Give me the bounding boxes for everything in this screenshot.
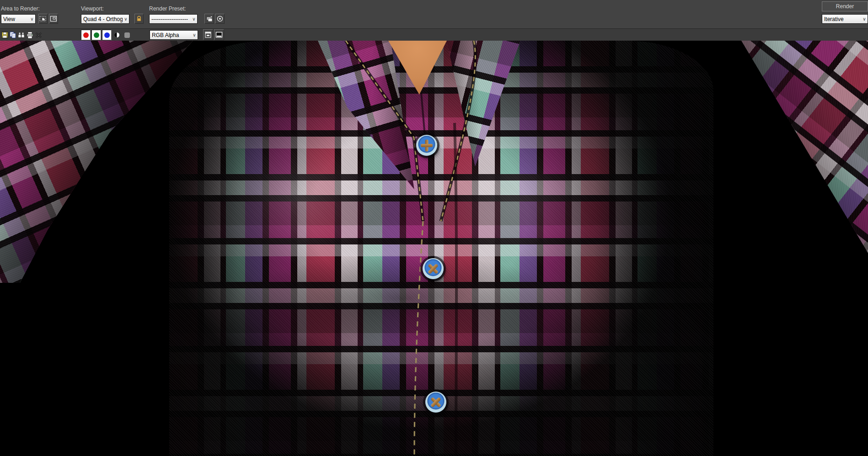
copy-image-icon (9, 32, 16, 39)
alpha-icon (124, 32, 130, 38)
green-channel-button[interactable] (91, 30, 101, 40)
left-collar-seam (346, 41, 423, 221)
render-preset-value: -------------------- (151, 16, 191, 22)
clear-x-icon (35, 32, 43, 39)
save-image-icon (1, 32, 9, 39)
environment-icon (216, 15, 224, 22)
placket-seam (455, 123, 456, 456)
clone-window-icon (17, 32, 25, 39)
edit-region-icon (39, 15, 47, 22)
area-to-render-select[interactable]: View ∨ (1, 14, 36, 24)
toolbar-row-1: Area to Render: View ∨ Viewport: Quad 4 … (0, 0, 868, 28)
save-preset-button[interactable] (204, 14, 214, 24)
auto-region-icon (50, 15, 57, 22)
lock-icon (136, 16, 142, 22)
monochrome-channel-button[interactable] (113, 31, 121, 39)
right-collar-seam (441, 41, 475, 221)
save-image-button[interactable] (1, 31, 9, 39)
green-channel-icon (94, 32, 99, 38)
render-mode-value: Iterative (824, 16, 861, 22)
channel-display-select[interactable]: RGB Alpha ∨ (150, 30, 198, 40)
viewport-label: Viewport: (81, 5, 104, 12)
auto-region-button[interactable] (49, 14, 58, 24)
button-thread (421, 144, 433, 147)
copy-image-button[interactable] (9, 31, 16, 39)
clone-rendered-frame-button[interactable] (17, 31, 25, 39)
chevron-down-icon: ∨ (191, 17, 197, 21)
environment-button[interactable] (215, 14, 225, 24)
framebuffer-window-button[interactable] (214, 29, 224, 40)
window-icon (204, 31, 212, 38)
save-preset-icon (206, 15, 213, 22)
render-viewport-canvas[interactable] (0, 41, 868, 456)
shirt-button-bottom (425, 392, 446, 413)
viewport-value: Quad 4 - Orthogra (83, 16, 123, 22)
front-seam (421, 93, 425, 136)
chevron-down-icon: ∨ (861, 17, 868, 21)
print-image-button[interactable] (26, 31, 34, 39)
placket-stitch (414, 221, 423, 456)
printer-icon (26, 32, 34, 39)
edit-region-button[interactable] (38, 14, 48, 24)
red-channel-button[interactable] (81, 30, 91, 40)
viewport-lock-button[interactable] (134, 14, 144, 24)
rendered-frame-window: Area to Render: View ∨ Viewport: Quad 4 … (0, 0, 868, 456)
clear-image-button[interactable] (34, 31, 43, 39)
left-collar-stitch (346, 41, 423, 221)
chevron-down-icon: ∨ (123, 17, 129, 21)
blue-channel-icon (104, 32, 110, 38)
red-channel-icon (83, 32, 89, 38)
alpha-channel-button[interactable] (123, 31, 131, 39)
render-button[interactable]: Render (822, 1, 868, 11)
shirt-button-top (416, 135, 437, 156)
area-to-render-value: View (3, 16, 29, 22)
channel-display-value: RGB Alpha (152, 32, 191, 38)
render-preset-label: Render Preset: (149, 5, 186, 12)
blue-channel-button[interactable] (102, 30, 112, 40)
right-collar-stitch (441, 41, 475, 221)
layers-window-button[interactable] (203, 29, 213, 40)
render-preset-select[interactable]: -------------------- ∨ (149, 14, 198, 24)
toolbar-row-2: RGB Alpha ∨ (0, 28, 868, 41)
shirt-button-middle (423, 258, 444, 279)
render-mode-select[interactable]: Iterative ∨ (822, 14, 868, 24)
chevron-down-icon: ∨ (29, 17, 35, 21)
monitor-icon (215, 31, 223, 38)
viewport-select[interactable]: Quad 4 - Orthogra ∨ (81, 14, 129, 24)
monochrome-icon (114, 32, 120, 38)
chevron-down-icon: ∨ (191, 33, 198, 37)
area-to-render-label: Area to Render: (1, 5, 40, 12)
